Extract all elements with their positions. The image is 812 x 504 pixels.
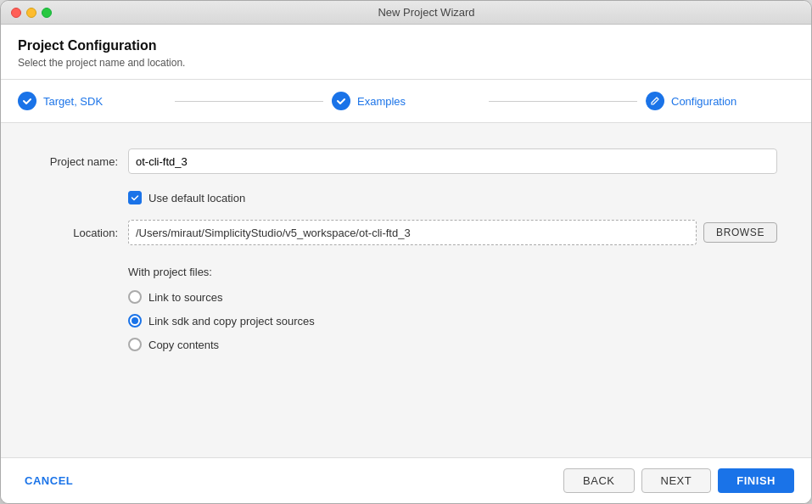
step-target-sdk[interactable]: Target, SDK <box>18 92 166 110</box>
browse-button[interactable]: BROWSE <box>703 222 777 243</box>
title-bar: New Project Wizard <box>1 1 811 25</box>
maximize-button[interactable] <box>42 8 52 18</box>
step-configuration-icon <box>646 92 664 110</box>
project-name-row: Project name: <box>35 148 777 174</box>
finish-button[interactable]: FINISH <box>718 468 794 493</box>
page-subtitle: Select the project name and location. <box>18 57 794 69</box>
cancel-button[interactable]: CANCEL <box>18 471 80 490</box>
radio-link-sdk[interactable] <box>128 314 142 328</box>
radio-copy-contents-row[interactable]: Copy contents <box>128 338 777 351</box>
right-buttons: BACK NEXT FINISH <box>563 468 794 493</box>
steps-bar: Target, SDK Examples Configuration <box>1 80 811 123</box>
location-input[interactable] <box>128 220 697 245</box>
radio-link-sdk-label: Link sdk and copy project sources <box>148 315 315 328</box>
step-examples-label: Examples <box>357 95 406 108</box>
radio-copy-contents[interactable] <box>128 338 142 351</box>
step-configuration-label: Configuration <box>671 95 736 108</box>
location-row: Location: BROWSE <box>35 220 777 245</box>
step-examples[interactable]: Examples <box>332 92 480 110</box>
use-default-location-row: Use default location <box>128 191 777 204</box>
with-project-label: With project files: <box>128 266 777 278</box>
step-connector-1 <box>175 101 323 102</box>
radio-link-sources[interactable] <box>128 290 142 304</box>
step-target-sdk-icon <box>18 92 36 110</box>
traffic-lights <box>11 8 52 18</box>
wizard-window: New Project Wizard Project Configuration… <box>0 0 812 504</box>
radio-link-sources-row[interactable]: Link to sources <box>128 290 777 304</box>
use-default-location-label: Use default location <box>148 192 245 204</box>
step-target-sdk-label: Target, SDK <box>43 95 103 108</box>
back-button[interactable]: BACK <box>563 468 634 493</box>
use-default-location-checkbox[interactable] <box>128 191 142 204</box>
radio-link-sdk-inner <box>132 317 138 324</box>
step-configuration[interactable]: Configuration <box>646 92 794 110</box>
close-button[interactable] <box>11 8 21 18</box>
location-label: Location: <box>35 227 128 239</box>
window-title: New Project Wizard <box>52 6 801 19</box>
footer: CANCEL BACK NEXT FINISH <box>1 457 811 503</box>
page-title: Project Configuration <box>18 38 794 53</box>
minimize-button[interactable] <box>26 8 36 18</box>
radio-link-sdk-row[interactable]: Link sdk and copy project sources <box>128 314 777 328</box>
project-name-input[interactable] <box>128 148 777 174</box>
project-name-label: Project name: <box>35 155 128 168</box>
radio-link-sources-label: Link to sources <box>148 291 222 304</box>
radio-copy-contents-label: Copy contents <box>148 339 219 351</box>
page-header: Project Configuration Select the project… <box>1 25 811 80</box>
main-content: Project name: Use default location Locat… <box>1 123 811 457</box>
step-connector-2 <box>489 101 637 102</box>
next-button[interactable]: NEXT <box>641 468 712 493</box>
step-examples-icon <box>332 92 350 110</box>
